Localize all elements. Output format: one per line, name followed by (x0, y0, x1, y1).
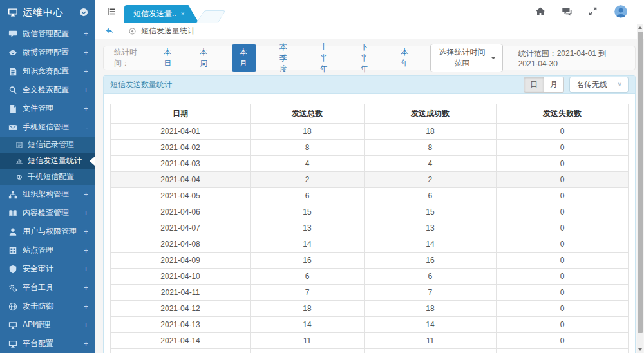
table-cell: 0 (496, 333, 628, 349)
month-toggle-button[interactable]: 月 (544, 77, 564, 93)
sidebar-item-label: 平台工具 (23, 282, 84, 293)
tab-sms-statistics[interactable]: 短信发送量.. × (124, 5, 199, 23)
table-cell: 15 (364, 204, 496, 220)
gear-icon (15, 173, 23, 181)
table-cell: 13 (364, 220, 496, 236)
table-cell: 16 (251, 253, 365, 269)
sidebar-submenu: 短信记录管理短信发送量统计手机短信配置 (0, 137, 95, 185)
sidebar-item[interactable]: 微信管理配置+ (0, 24, 95, 43)
filter-option[interactable]: 本年 (397, 44, 413, 72)
list-icon (15, 141, 23, 149)
filter-option[interactable]: 下半年 (357, 39, 378, 77)
book-icon (8, 209, 17, 218)
table-cell: 2021-04-15 (111, 349, 251, 353)
column-header: 发送失败数 (496, 104, 628, 124)
sidebar-item[interactable]: 微博管理配置+ (0, 43, 95, 62)
sidebar-subitem[interactable]: 短信发送量统计 (0, 153, 95, 169)
table-cell: 14 (364, 236, 496, 253)
table-cell: 2021-04-02 (111, 140, 251, 156)
statistics-table: 日期发送总数发送成功数发送失败数2021-04-01181802021-04-0… (110, 104, 629, 353)
sidebar-item[interactable]: 安全审计+ (0, 260, 95, 278)
table-cell: 6 (364, 188, 496, 204)
sidebar-item[interactable]: 平台配置+ (0, 334, 95, 353)
sidebar-subitem[interactable]: 短信记录管理 (0, 137, 95, 153)
filter-option[interactable]: 上半年 (316, 39, 337, 77)
chevron-circle-down-icon[interactable] (79, 8, 88, 17)
sidebar-subitem-label: 短信发送量统计 (28, 155, 82, 166)
eye-icon (8, 48, 17, 57)
sidebar-item[interactable]: 用户与权限管理+ (0, 222, 95, 241)
home-icon[interactable] (535, 6, 545, 17)
table-cell: 2021-04-10 (111, 269, 251, 285)
sidebar-item-label: 站点管理 (23, 245, 84, 256)
filter-option[interactable]: 本季度 (276, 39, 297, 77)
vertical-scrollbar[interactable] (637, 24, 643, 353)
filter-option[interactable]: 本日 (160, 44, 176, 72)
sidebar-item[interactable]: 全文检索配置+ (0, 81, 95, 99)
table-cell: 6 (364, 269, 496, 285)
tab-ghost (196, 10, 226, 23)
comments-icon[interactable] (562, 6, 572, 17)
scrollbar-up-arrow[interactable] (637, 24, 643, 31)
table-cell: 18 (364, 301, 496, 317)
back-arrow-icon[interactable] (105, 26, 114, 35)
sidebar-item-label: 全文检索配置 (23, 84, 84, 95)
filter-bar: 统计时间： 本日本周本月本季度上半年下半年本年 选择统计时间范围 统计范围：20… (103, 46, 636, 70)
sidebar-item[interactable]: 平台工具+ (0, 278, 95, 297)
user-avatar[interactable] (614, 5, 627, 18)
table-cell: 14 (251, 236, 365, 253)
sidebar-item[interactable]: API管理+ (0, 316, 95, 334)
sidebar-item[interactable]: 文件管理+ (0, 99, 95, 118)
table-cell: 11 (251, 333, 365, 349)
gears-icon (8, 283, 17, 292)
expand-indicator: + (84, 302, 88, 311)
sidebar-item[interactable]: 攻击防御+ (0, 297, 95, 316)
table-cell: 8 (251, 140, 365, 156)
table-cell: 0 (496, 301, 628, 317)
doc-icon (8, 67, 17, 76)
table-cell: 0 (496, 124, 628, 140)
sidebar-item[interactable]: 手机短信管理- (0, 118, 95, 137)
main-area: 短信发送量.. × 短信发送量统计 统计时间： 本日本周本月本季度上半年下半年本… (95, 0, 644, 353)
expand-indicator: + (84, 283, 88, 292)
time-range-dropdown-button[interactable]: 选择统计时间范围 (430, 44, 502, 72)
table-row: 2021-04-0814140 (111, 236, 629, 253)
sidebar-item-label: 文件管理 (23, 103, 84, 114)
table-cell: 7 (251, 285, 365, 301)
table-row: 2021-04-0118180 (111, 124, 629, 140)
expand-indicator: + (84, 227, 88, 236)
filter-option[interactable]: 本月 (232, 44, 256, 72)
expand-indicator: + (84, 209, 88, 218)
user-icon (8, 227, 17, 236)
sidebar-item[interactable]: 组织架构管理+ (0, 185, 95, 204)
caret-down-icon (491, 57, 496, 59)
table-row: 2021-04-03440 (111, 156, 629, 172)
expand-indicator: + (84, 48, 88, 57)
expand-indicator: - (86, 123, 88, 132)
sidebar-item-label: 微博管理配置 (23, 47, 84, 58)
chart-icon (15, 157, 23, 165)
sidebar-item[interactable]: 站点管理+ (0, 241, 95, 260)
table-cell: 0 (496, 204, 628, 220)
sidebar-item[interactable]: 知识竞赛配置+ (0, 62, 95, 81)
sidebar-item[interactable]: 内容检查管理+ (0, 204, 95, 222)
day-toggle-button[interactable]: 日 (524, 77, 544, 93)
sidebar-toggle-icon[interactable] (106, 6, 117, 17)
tab-close-icon[interactable]: × (181, 10, 185, 17)
scrollbar-thumb[interactable] (638, 32, 643, 333)
expand-indicator: + (84, 246, 88, 255)
table-cell: 13 (251, 220, 365, 236)
table-row: 2021-04-1314140 (111, 317, 629, 333)
expand-indicator: + (84, 321, 88, 330)
filter-option[interactable]: 本周 (196, 44, 213, 72)
statistics-range-text: 统计范围：2021-04-01 到 2021-04-30 (518, 48, 625, 68)
time-range-dropdown-label: 选择统计时间范围 (437, 47, 486, 69)
sidebar: 运维中心 微信管理配置+微博管理配置+知识竞赛配置+全文检索配置+文件管理+手机… (0, 0, 95, 353)
table-row: 2021-04-10660 (111, 269, 629, 285)
fullscreen-icon[interactable] (588, 6, 598, 17)
scrollbar-down-arrow[interactable] (637, 346, 643, 353)
statistics-panel: 短信发送数量统计 日 月 名传无线 ˅ 日期发送总数发送成功数发送失败数2021… (103, 75, 636, 353)
table-cell: 2021-04-03 (111, 156, 251, 172)
sidebar-subitem[interactable]: 手机短信配置 (0, 169, 95, 185)
channel-select[interactable]: 名传无线 ˅ (569, 77, 629, 93)
